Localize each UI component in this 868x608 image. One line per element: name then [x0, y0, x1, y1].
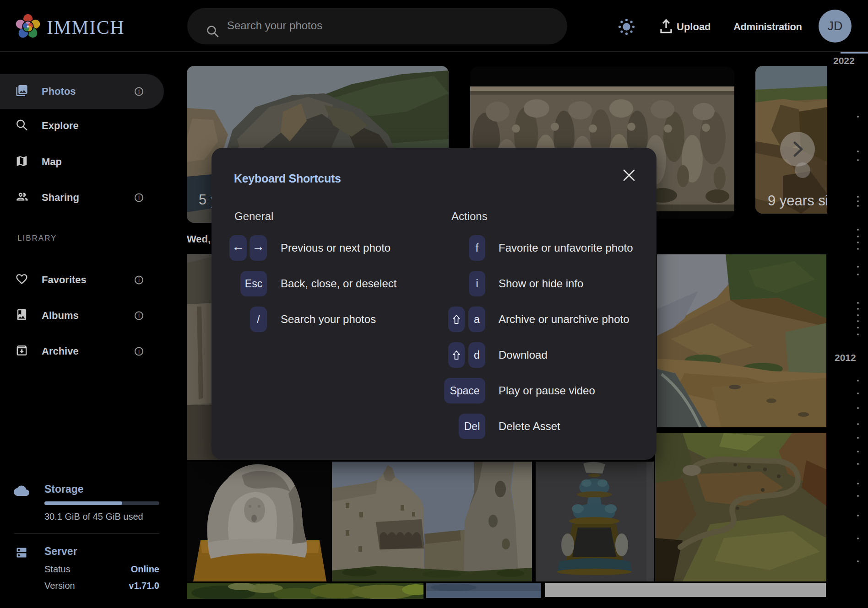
svg-text:9 years sin: 9 years sin [768, 193, 827, 209]
